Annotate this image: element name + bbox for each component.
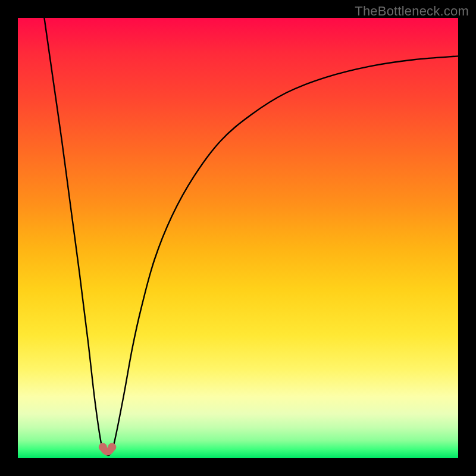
watermark-text: TheBottleneck.com xyxy=(355,4,469,19)
plot-area xyxy=(18,18,458,458)
gradient-background xyxy=(18,18,458,458)
chart-frame: TheBottleneck.com xyxy=(0,0,476,476)
